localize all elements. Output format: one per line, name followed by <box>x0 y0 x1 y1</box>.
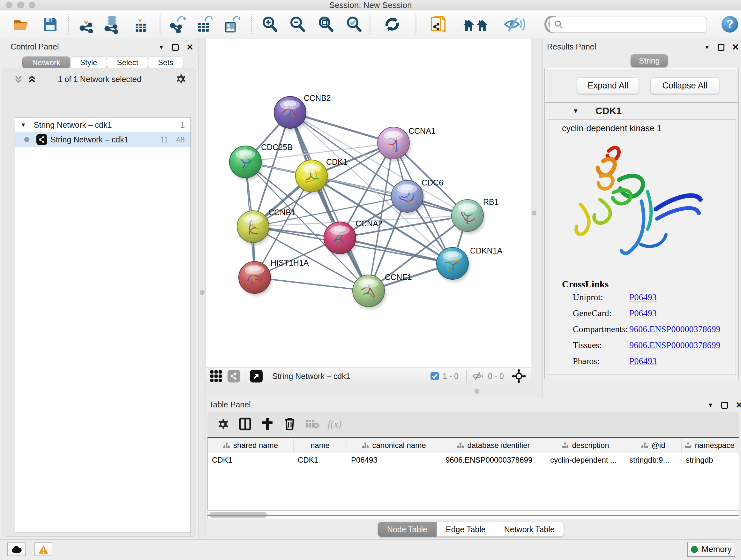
network-node-RB1[interactable]: RB1 <box>452 197 499 234</box>
hidden-eye-icon[interactable] <box>471 371 485 381</box>
column-header-shared-name[interactable]: shared name <box>208 438 293 453</box>
control-panel-tabs: NetworkStyleSelectSets <box>22 57 183 69</box>
crosslink-link[interactable]: 9606.ENSP00000378699 <box>629 340 720 350</box>
save-session-icon[interactable] <box>41 15 59 34</box>
network-collection-row[interactable]: ▼ String Network – cdk1 1 <box>15 118 191 132</box>
zoom-in-icon[interactable] <box>260 15 279 34</box>
section-collapse-icon[interactable]: ▼ <box>572 107 579 115</box>
table-cell[interactable]: 9606.ENSP00000378699 <box>441 455 546 464</box>
network-row[interactable]: String Network – cdk1 11 48 <box>15 132 191 147</box>
tab-string[interactable]: String <box>630 54 668 67</box>
column-header-canonical-name[interactable]: canonical name <box>347 438 441 453</box>
table-panel: Table Panel ▼ ✕ f(x) shared namenamecano… <box>206 397 741 539</box>
network-edge[interactable] <box>312 176 468 215</box>
table-cell[interactable]: P06493 <box>347 455 441 464</box>
left-splitter-handle[interactable] <box>200 290 205 295</box>
warning-button[interactable] <box>35 543 52 556</box>
network-node-CDKN1A[interactable]: CDKN1A <box>436 246 502 282</box>
bottom-splitter-handle[interactable] <box>475 389 479 394</box>
node-label-CDKN1A: CDKN1A <box>470 246 502 255</box>
search-input[interactable] <box>563 20 701 29</box>
annotation-share-icon[interactable] <box>429 15 448 34</box>
open-session-icon[interactable] <box>12 15 30 34</box>
panel-collapse-icon[interactable]: ▼ <box>158 44 164 51</box>
hide-selected-icon[interactable] <box>502 15 526 34</box>
panel-collapse-icon[interactable]: ▼ <box>704 44 710 51</box>
column-header-description[interactable]: description <box>546 438 625 453</box>
crosslink-link[interactable]: P06493 <box>629 308 657 318</box>
network-canvas[interactable]: CCNB2CCNA1CDC25BCDK1CDC6RB1CCNB1CCNA2CDK… <box>206 39 531 367</box>
cloud-button[interactable] <box>7 543 25 556</box>
zoom-fit-icon[interactable] <box>317 15 335 34</box>
export-table-icon[interactable] <box>196 15 214 34</box>
grid-view-icon[interactable] <box>209 369 223 383</box>
delete-table-icon[interactable] <box>305 417 319 431</box>
crosslink-link[interactable]: P06493 <box>629 292 657 302</box>
node-table[interactable]: shared namenamecanonical namedatabase id… <box>207 437 739 510</box>
table-cell[interactable]: stringdb:9... <box>625 455 682 464</box>
table-cell[interactable]: CDK1 <box>293 455 347 464</box>
memory-status-icon <box>691 546 698 553</box>
column-header-database-identifier[interactable]: database identifier <box>441 438 546 453</box>
tree-expand-icon[interactable]: ▼ <box>20 122 26 128</box>
right-splitter[interactable] <box>531 38 542 397</box>
crosslink-link[interactable]: P06493 <box>629 356 657 366</box>
network-node-CDK1[interactable]: CDK1 <box>295 158 347 194</box>
delete-column-icon[interactable] <box>283 417 297 431</box>
network-node-HIST1H1A[interactable]: HIST1H1A <box>239 258 309 296</box>
column-header-@id[interactable]: @id <box>625 438 682 453</box>
string-home-icon[interactable] <box>461 15 489 34</box>
birdseye-icon[interactable] <box>512 369 526 383</box>
export-network-icon[interactable] <box>169 15 187 34</box>
add-column-icon[interactable] <box>260 417 274 431</box>
panel-collapse-icon[interactable]: ▼ <box>708 401 714 409</box>
network-node-CCNB2[interactable]: CCNB2 <box>274 94 331 131</box>
refresh-icon[interactable] <box>383 15 401 34</box>
column-header-name[interactable]: name <box>293 438 347 453</box>
tab-edge-table[interactable]: Edge Table <box>436 522 495 537</box>
memory-button[interactable]: Memory <box>687 542 735 557</box>
bottom-splitter[interactable] <box>206 385 531 397</box>
panel-float-icon[interactable] <box>718 44 724 51</box>
panel-float-icon[interactable] <box>721 402 728 409</box>
import-network-icon[interactable] <box>77 15 96 34</box>
network-node-CCNA1[interactable]: CCNA1 <box>378 126 435 162</box>
tab-network[interactable]: Network <box>22 57 70 69</box>
columns-icon[interactable] <box>238 417 252 431</box>
gear-icon[interactable] <box>216 417 230 431</box>
crosslink-link[interactable]: 9606.ENSP00000378699 <box>629 324 720 334</box>
zoom-out-icon[interactable] <box>288 15 307 34</box>
table-row[interactable]: CDK1CDK1P064939606.ENSP00000378699cyclin… <box>208 453 739 467</box>
panel-close-icon[interactable]: ✕ <box>186 42 194 52</box>
right-splitter-handle[interactable] <box>532 211 536 215</box>
share-view-icon[interactable] <box>227 370 240 382</box>
panel-close-icon[interactable]: ✕ <box>736 400 741 410</box>
import-table-icon[interactable] <box>131 15 150 34</box>
panel-close-icon[interactable]: ✕ <box>732 42 739 52</box>
function-builder-icon[interactable]: f(x) <box>327 418 341 430</box>
column-header-namespace[interactable]: namespace <box>682 438 738 453</box>
network-node-CCNE1[interactable]: CCNE1 <box>353 273 412 309</box>
expand-all-button[interactable]: Expand All <box>577 77 639 94</box>
left-splitter[interactable] <box>199 38 206 539</box>
network-node-CCNB1[interactable]: CCNB1 <box>237 208 295 245</box>
open-in-new-icon[interactable] <box>250 370 263 382</box>
tab-network-table[interactable]: Network Table <box>495 522 564 537</box>
help-icon[interactable]: ? <box>721 15 739 34</box>
tab-sets[interactable]: Sets <box>148 57 183 69</box>
search-box[interactable] <box>549 17 707 33</box>
network-node-CCNA2[interactable]: CCNA2 <box>324 219 383 256</box>
selected-checkbox-icon[interactable] <box>430 371 440 381</box>
tab-node-table[interactable]: Node Table <box>378 522 436 537</box>
panel-float-icon[interactable] <box>172 44 179 51</box>
table-cell[interactable]: CDK1 <box>208 455 293 464</box>
table-cell[interactable]: cyclin-dependent ... <box>546 455 625 464</box>
network-options-gear-icon[interactable] <box>174 72 187 86</box>
tab-style[interactable]: Style <box>70 57 107 69</box>
collapse-all-button[interactable]: Collapse All <box>650 77 719 94</box>
tab-select[interactable]: Select <box>107 57 148 69</box>
export-image-icon[interactable] <box>223 15 241 34</box>
import-database-icon[interactable] <box>103 15 121 34</box>
zoom-selected-icon[interactable] <box>345 15 363 34</box>
table-cell[interactable]: stringdb <box>682 455 738 464</box>
